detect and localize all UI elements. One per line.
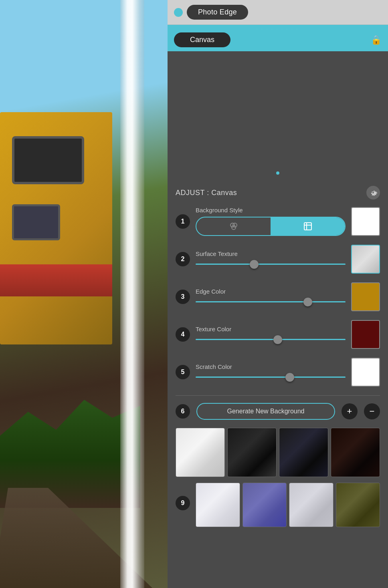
badge-3: 3 [176, 290, 190, 304]
badge-1: 1 [176, 214, 190, 229]
badge-6: 6 [176, 404, 190, 419]
texture-color-slider[interactable] [196, 336, 346, 344]
slider-thumb-2[interactable] [250, 260, 259, 269]
photo-panel [0, 0, 168, 588]
slider-thumb-5[interactable] [285, 373, 294, 382]
surface-texture-swatch[interactable] [351, 245, 380, 274]
scratch-color-slider[interactable] [196, 373, 346, 381]
scratch-color-swatch[interactable] [351, 358, 380, 387]
texture-color-row: 4 Texture Color [176, 320, 380, 349]
preview-area [168, 51, 388, 179]
train-window-bottom [12, 204, 60, 240]
badge-5: 5 [176, 365, 190, 379]
thumbnail-section: 9 [176, 428, 380, 527]
slider-track-4 [196, 339, 346, 340]
tabs-area: Photo Edge [168, 0, 388, 25]
badge-2: 2 [176, 252, 190, 266]
style-toggle-canvas[interactable] [271, 217, 345, 235]
surface-texture-label: Surface Texture [196, 250, 346, 257]
tab-indicator-dot [174, 8, 183, 17]
divider [176, 395, 380, 396]
scratch-color-row: 5 Scratch Color [176, 358, 380, 387]
generate-button[interactable]: Generate New Background [196, 403, 335, 420]
surface-texture-slider[interactable] [196, 260, 346, 268]
dots-decoration: · · · · · · · · · [174, 27, 382, 31]
train-window-top [12, 136, 84, 184]
thumbnail-2[interactable] [227, 428, 277, 477]
slider-thumb-3[interactable] [303, 298, 312, 306]
canvas-row: Canvas 🔒 [174, 32, 382, 47]
thumbnail-3[interactable] [279, 428, 328, 477]
lock-icon[interactable]: 🔒 [371, 35, 382, 45]
train-red-stripe [0, 264, 112, 296]
scratch-color-control: Scratch Color [196, 363, 346, 381]
slider-thumb-4[interactable] [273, 335, 282, 344]
add-button[interactable]: + [342, 403, 358, 419]
background-style-swatch[interactable] [351, 207, 380, 236]
texture-color-label: Texture Color [196, 326, 346, 332]
thumbnail-1[interactable] [176, 428, 225, 477]
texture-color-swatch[interactable] [351, 320, 380, 349]
right-panel: Photo Edge · · · · · · · · · Canvas 🔒 AD… [168, 0, 388, 588]
edge-color-control: Edge Color [196, 288, 346, 306]
slider-track-5 [196, 377, 346, 378]
slider-track-2 [196, 264, 346, 265]
thumbnail-8[interactable] [336, 483, 380, 527]
thumbnail-grid-row1 [176, 428, 380, 477]
scratch-color-label: Scratch Color [196, 363, 346, 370]
edge-color-swatch[interactable] [351, 282, 380, 311]
edge-color-label: Edge Color [196, 288, 346, 295]
badge-9: 9 [176, 496, 190, 510]
photo-edge-effect [120, 0, 144, 588]
train-car [0, 112, 112, 344]
svg-point-2 [232, 226, 236, 230]
adjust-header: ADJUST : Canvas [176, 186, 380, 199]
adjust-title: ADJUST : Canvas [176, 189, 237, 197]
edge-color-slider[interactable] [196, 298, 346, 306]
slider-track-3 [196, 301, 346, 302]
background-style-label: Background Style [196, 207, 346, 213]
canvas-area-wrapper: · · · · · · · · · Canvas 🔒 [168, 25, 388, 51]
surface-texture-control: Surface Texture [196, 250, 346, 268]
texture-color-control: Texture Color [196, 326, 346, 344]
style-toggle-blend[interactable] [196, 217, 271, 235]
remove-button[interactable]: − [364, 403, 380, 419]
canvas-tab[interactable]: Canvas [174, 32, 230, 47]
thumbnail-7[interactable] [289, 483, 333, 527]
settings-icon[interactable] [366, 186, 380, 199]
photo-edge-tab[interactable]: Photo Edge [187, 5, 248, 20]
background-style-control: Background Style [196, 207, 346, 236]
preview-pagination-dot [276, 171, 279, 175]
thumbnail-grid-row2 [196, 483, 380, 527]
style-toggle[interactable] [196, 217, 346, 236]
thumbnail-row2-wrapper: 9 [176, 479, 380, 527]
thumbnail-6[interactable] [242, 483, 287, 527]
surface-texture-row: 2 Surface Texture [176, 245, 380, 274]
background-style-row: 1 Background Style [176, 207, 380, 236]
edge-color-row: 3 Edge Color [176, 282, 380, 311]
thumbnail-5[interactable] [196, 483, 240, 527]
generate-row: 6 Generate New Background + − [176, 403, 380, 420]
thumbnail-4[interactable] [331, 428, 380, 477]
badge-4: 4 [176, 327, 190, 342]
adjust-section: ADJUST : Canvas 1 Background Style [168, 179, 388, 588]
svg-rect-3 [304, 223, 311, 230]
